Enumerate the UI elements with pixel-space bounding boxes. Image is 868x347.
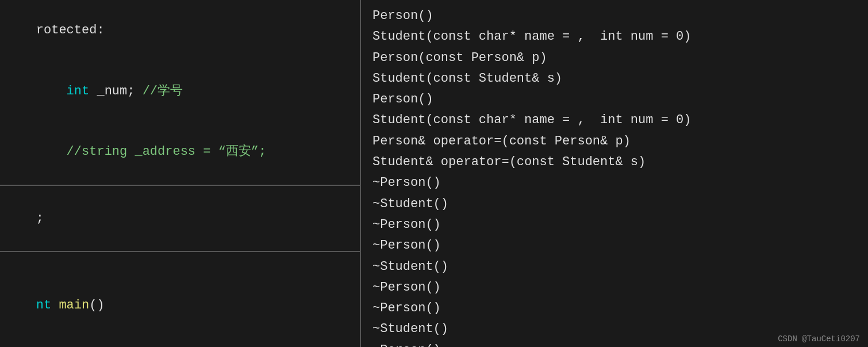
code-text: () [89, 298, 104, 312]
code-text: //学号 [143, 84, 183, 98]
output-line: Student(const char* name = , int num = 0… [372, 26, 857, 47]
code-text: //string _address = “西安”; [36, 144, 266, 159]
code-line [0, 254, 360, 274]
code-text: ; [36, 211, 44, 226]
code-text: _num; [97, 84, 142, 98]
code-line: nt main() [0, 274, 360, 335]
code-line: rotected: [0, 0, 360, 61]
code-line: int _num; //学号 [0, 61, 360, 122]
output-line: Person(const Person& p) [372, 48, 857, 68]
output-line: Student(const char* name = , int num = 0… [372, 110, 857, 131]
output-line: ~Person() [372, 235, 857, 256]
output-line: Person() [372, 89, 857, 110]
code-line: ; [0, 188, 360, 249]
output-line: Person& operator=(const Person& p) [372, 131, 857, 152]
code-text: rotected: [36, 23, 105, 37]
code-text: nt [36, 298, 59, 312]
output-line: ~Student() [372, 194, 857, 215]
watermark: CSDN @TauCeti0207 [778, 334, 860, 344]
code-text: main [59, 298, 89, 312]
output-line: ~Person() [372, 298, 857, 319]
output-line: Student& operator=(const Student& s) [372, 152, 857, 173]
right-pane: Person() Student(const char* name = , in… [361, 0, 868, 347]
code-line [0, 335, 360, 347]
output-line: ~Student() [372, 257, 857, 277]
code-text: int [36, 84, 97, 98]
output-line: Person() [372, 6, 857, 26]
output-line: ~Person() [372, 173, 857, 193]
output-line: ~Person() [372, 215, 857, 235]
left-pane: rotected: int _num; //学号 //string _addre… [0, 0, 361, 347]
code-line: //string _address = “西安”; [0, 121, 360, 182]
output-line: Student(const Student& s) [372, 68, 857, 89]
output-line: ~Person() [372, 277, 857, 298]
divider [0, 185, 360, 186]
divider [0, 251, 360, 252]
